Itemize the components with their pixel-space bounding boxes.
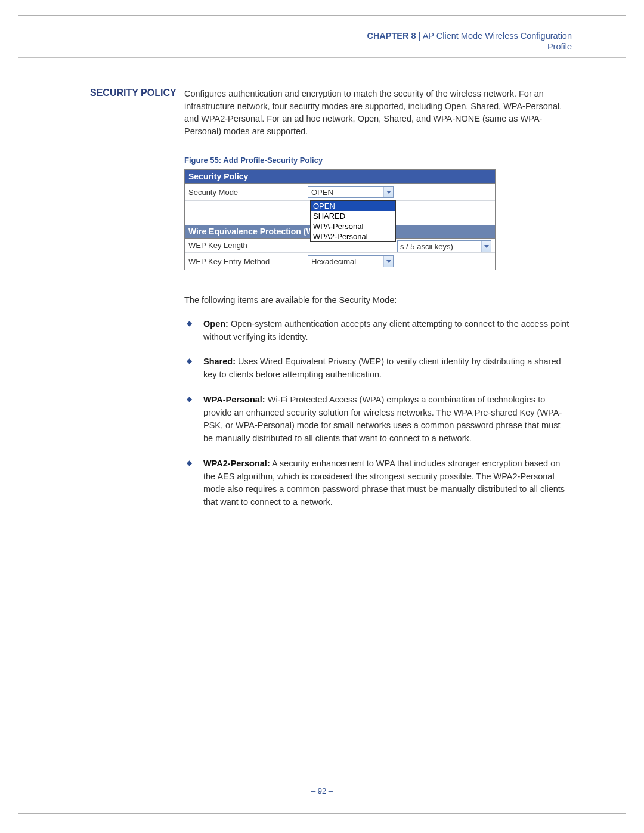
security-mode-row: Security Mode OPEN OPEN SHARED WPA-Perso… xyxy=(185,184,495,201)
wep-key-length-value: s / 5 ascii keys) xyxy=(398,242,481,251)
page-footer: – 92 – xyxy=(18,786,626,795)
content-area: SECURITY POLICY Configures authenticatio… xyxy=(18,58,626,521)
security-mode-list: Open: Open-system authentication accepts… xyxy=(201,318,572,509)
wep-entry-method-value: Hexadecimal xyxy=(308,257,383,266)
bullet-text: Open-system authentication accepts any c… xyxy=(203,319,569,342)
dropdown-option-wpa2-personal[interactable]: WPA2-Personal xyxy=(311,231,395,241)
wep-key-length-label: WEP Key Length xyxy=(188,241,308,250)
list-item: WPA-Personal: Wi-Fi Protected Access (WP… xyxy=(201,394,572,445)
security-mode-dropdown[interactable]: OPEN SHARED WPA-Personal WPA2-Personal xyxy=(310,200,396,242)
security-policy-panel: Security Policy Security Mode OPEN OPEN … xyxy=(184,169,496,270)
chevron-down-icon[interactable] xyxy=(481,241,491,252)
intro-paragraph: Configures authentication and encryption… xyxy=(184,88,572,138)
chapter-label: CHAPTER 8 xyxy=(367,31,416,41)
after-figure-intro: The following items are available for th… xyxy=(184,294,572,307)
dropdown-option-open[interactable]: OPEN xyxy=(311,201,395,211)
figure-caption: Figure 55: Add Profile-Security Policy xyxy=(184,156,572,165)
section-row: SECURITY POLICY Configures authenticatio… xyxy=(90,88,572,521)
bullet-title: Open: xyxy=(203,319,228,329)
list-item: Shared: Uses Wired Equivalent Privacy (W… xyxy=(201,355,572,382)
security-mode-value: OPEN xyxy=(308,188,383,197)
chevron-down-icon[interactable] xyxy=(383,187,393,197)
panel-section-security-policy: Security Policy xyxy=(185,170,495,184)
list-item: Open: Open-system authentication accepts… xyxy=(201,318,572,344)
bullet-title: Shared: xyxy=(203,357,236,366)
wep-entry-method-row: WEP Key Entry Method Hexadecimal xyxy=(185,253,495,270)
dropdown-option-shared[interactable]: SHARED xyxy=(311,211,395,221)
dropdown-option-wpa-personal[interactable]: WPA-Personal xyxy=(311,221,395,231)
wep-entry-method-label: WEP Key Entry Method xyxy=(188,257,308,266)
section-body: Configures authentication and encryption… xyxy=(184,88,572,521)
header-separator: | xyxy=(416,31,423,41)
security-mode-select[interactable]: OPEN xyxy=(308,186,394,198)
wep-entry-method-select[interactable]: Hexadecimal xyxy=(308,255,394,267)
chapter-title: AP Client Mode Wireless Configuration xyxy=(423,31,572,41)
wep-key-length-select[interactable]: s / 5 ascii keys) xyxy=(397,240,491,252)
bullet-title: WPA2-Personal: xyxy=(203,459,270,468)
list-item: WPA2-Personal: A security enhancement to… xyxy=(201,457,572,509)
page-header: CHAPTER 8 | AP Client Mode Wireless Conf… xyxy=(18,16,626,58)
side-heading: SECURITY POLICY xyxy=(90,88,178,98)
bullet-title: WPA-Personal: xyxy=(203,395,265,404)
security-mode-label: Security Mode xyxy=(188,188,308,197)
page: CHAPTER 8 | AP Client Mode Wireless Conf… xyxy=(18,15,626,814)
chevron-down-icon[interactable] xyxy=(383,256,393,267)
bullet-text: Uses Wired Equivalent Privacy (WEP) to v… xyxy=(203,357,561,379)
chapter-subline: Profile xyxy=(18,42,572,51)
